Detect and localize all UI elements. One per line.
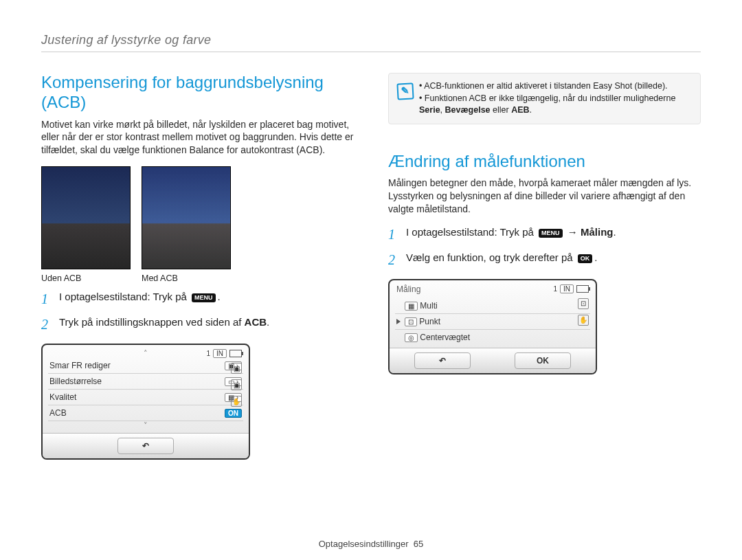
menu-icon: MENU [192,293,216,302]
step2-tail: . [267,316,269,328]
menu-row-smart-fr[interactable]: Smar FR rediger ▣ › [48,358,243,374]
back-button[interactable]: ↶ [117,438,174,454]
status-in-badge: IN [213,349,227,358]
arrow: → [565,226,581,238]
step2-a: Vælg en funktion, og tryk derefter på [406,251,576,263]
anti-shake-icon: ✋ [578,315,589,326]
anti-shake-icon: ✋ [231,396,242,407]
menu-label: ACB [49,408,67,418]
on-badge: ON [225,409,242,418]
step1-tail: . [218,291,221,302]
side-icons: ▣ ▣ ✋ [231,363,242,407]
option-label: Multi [420,301,437,311]
spot-icon: ⊡ [405,317,417,326]
note-icon: ✎ [396,82,414,100]
menu-label: Smar FR rediger [49,361,111,370]
menu-row-quality[interactable]: Kvalitet ▦ › [48,390,243,405]
status-bar: 1 IN [553,284,589,293]
ok-icon: OK [578,254,593,263]
selection-indicator-icon [396,319,401,324]
back-button[interactable]: ↶ [414,352,471,369]
footer-section: Optagelsesindstillinger [319,539,409,549]
option-label: Centervægtet [420,333,470,342]
step-number: 1 [41,290,52,309]
menu-label: Billedstørrelse [49,377,102,386]
step-number: 2 [41,315,52,334]
menu-row-acb[interactable]: ACB ON [48,405,243,421]
menu-row-image-size[interactable]: Billedstørrelse ▭ › [48,374,243,390]
metering-option-center[interactable]: ◎ Centervægtet [395,330,590,345]
example-images: Uden ACB Med ACB [41,166,354,283]
step1-text: I optagelsestilstand: Tryk på [59,291,187,302]
metering-option-multi[interactable]: ▦ Multi [395,298,590,314]
step-number: 1 [388,225,399,244]
footer-page-number: 65 [414,539,423,549]
side-icons: ⊡ ✋ [578,298,589,326]
left-column: Kompensering for baggrundsbelysning (ACB… [41,73,354,460]
right-step-1: 1 I optagelsestilstand: Tryk på MENU → M… [388,225,701,244]
status-bar: 1 IN [206,349,242,358]
menu-label: Kvalitet [49,392,76,402]
caption-with-acb: Med ACB [142,273,229,283]
left-step-2: 2 Tryk på indstillingsknappen ved siden … [41,315,354,334]
left-step-1: 1 I optagelsestilstand: Tryk på MENU. [41,290,354,309]
body-acb: Motivet kan virke mørkt på billedet, når… [41,118,354,157]
step1-b: Måling [581,226,614,238]
battery-icon [576,285,589,293]
step1-a: I optagelsestilstand: Tryk på [406,226,537,238]
menu-icon: MENU [539,229,563,238]
note-line-2: Funktionen ACB er ikke tilgængelig, når … [419,93,690,117]
step2-text-bold: ACB [245,316,267,328]
status-count: 1 [553,285,557,293]
ok-button[interactable]: OK [515,352,571,369]
right-step-2: 2 Vælg en funktion, og tryk derefter på … [388,251,701,269]
lcd-settings-menu: 1 IN ▣ ▣ ✋ ˄ Smar FR rediger ▣ › B [41,344,250,460]
mode-icon: ▣ [231,379,242,390]
status-in-badge: IN [560,284,574,293]
mode-icon: ▣ [231,363,242,374]
metering-option-spot[interactable]: ⊡ Punkt [395,314,590,330]
heading-metering: Ændring af målefunktionen [388,152,701,172]
photo-without-acb [41,166,131,269]
step2-text-a: Tryk på indstillingsknappen ved siden af [59,316,245,328]
page-footer: Optagelsesindstillinger 65 [0,539,742,549]
step1-tail: . [613,226,616,238]
mode-icon: ⊡ [578,298,589,309]
option-label: Punkt [419,317,440,326]
caption-without-acb: Uden ACB [41,273,129,283]
status-count: 1 [206,350,210,357]
heading-acb: Kompensering for baggrundsbelysning (ACB… [41,73,354,113]
body-metering: Målingen betegner den måde, hvorpå kamer… [388,177,701,216]
photo-with-acb [142,166,231,269]
step2-tail: . [594,251,597,263]
battery-icon [229,350,242,357]
right-column: ✎ ACB-funktionen er altid aktiveret i ti… [388,73,701,460]
note-line-1: ACB-funktionen er altid aktiveret i tils… [419,80,690,93]
lcd-metering-menu: 1 IN ⊡ ✋ Måling ▦ Multi ⊡ Punkt [388,279,597,374]
step-number: 2 [388,251,399,269]
multi-icon: ▦ [405,302,418,311]
center-icon: ◎ [405,333,418,342]
info-note: ✎ ACB-funktionen er altid aktiveret i ti… [388,73,701,124]
breadcrumb: Justering af lysstyrke og farve [41,33,701,52]
